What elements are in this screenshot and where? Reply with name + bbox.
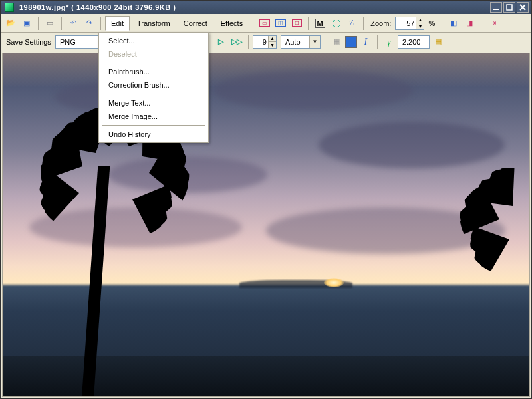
compare-b-button[interactable]: ◨ xyxy=(462,16,477,31)
open-button[interactable]: 📂 xyxy=(3,16,18,31)
view-split-v-button[interactable]: ⊟ xyxy=(289,16,304,31)
chevron-down-icon: ▼ xyxy=(309,36,320,48)
grid-icon: ▦ xyxy=(333,37,340,46)
app-icon xyxy=(5,3,14,12)
separator xyxy=(442,17,442,30)
gamma-value-box[interactable]: 2.200 xyxy=(398,35,430,49)
spin-up[interactable]: ▲ xyxy=(416,17,424,23)
view-split-h-icon: ◫ xyxy=(275,19,286,27)
spin-down[interactable]: ▼ xyxy=(268,42,276,48)
spin-up[interactable]: ▲ xyxy=(268,36,276,42)
text-tool-button[interactable]: I xyxy=(358,35,373,49)
settings-icon: ▤ xyxy=(435,37,442,46)
menu-separator xyxy=(102,94,205,94)
zoom-spinner[interactable]: ▲▼ xyxy=(395,17,424,30)
menu-item-select[interactable]: Select... xyxy=(100,34,207,47)
mode-value: Auto xyxy=(281,38,303,46)
marker-button[interactable]: M xyxy=(313,16,327,31)
menu-separator xyxy=(102,125,205,126)
exit-icon: ⇥ xyxy=(490,19,496,27)
svg-rect-1 xyxy=(507,5,512,10)
edit-dropdown-menu: Select... Deselect Paintbrush... Correct… xyxy=(98,32,209,143)
expand-icon: ⛶ xyxy=(332,19,340,27)
window-controls xyxy=(490,2,529,13)
title-bar: 198901w.jpg* ( 1440x900 24bit 3796.9KB ) xyxy=(1,1,531,14)
save-button[interactable]: ▣ xyxy=(19,16,34,31)
save-icon: ▣ xyxy=(23,19,30,27)
separator xyxy=(100,17,101,30)
grid-toggle-button[interactable]: ▦ xyxy=(329,35,344,49)
menu-effects[interactable]: Effects xyxy=(215,16,249,31)
gamma-value: 2.200 xyxy=(402,38,421,46)
folder-open-icon: 📂 xyxy=(6,19,15,27)
close-button[interactable] xyxy=(517,2,529,13)
separator xyxy=(209,35,209,49)
menu-item-correction-brush[interactable]: Correction Brush... xyxy=(100,78,207,92)
page-icon: ▭ xyxy=(47,19,53,27)
view-single-button[interactable]: ▭ xyxy=(257,16,272,31)
play-icon: ▷ xyxy=(218,37,223,46)
separator xyxy=(377,35,378,49)
menu-item-deselect: Deselect xyxy=(100,47,207,61)
undo-icon: ↶ xyxy=(70,19,76,27)
view-split-v-icon: ⊟ xyxy=(292,19,302,27)
menu-item-merge-image[interactable]: Merge Image... xyxy=(100,110,207,123)
settings-button[interactable]: ▤ xyxy=(431,35,446,49)
separator xyxy=(481,17,481,30)
brush-size-input[interactable] xyxy=(253,38,268,46)
zoom-input[interactable] xyxy=(396,19,416,27)
fit-screen-button[interactable]: ⛶ xyxy=(329,16,343,31)
one-to-one-icon: ¹⁄₁ xyxy=(349,19,355,27)
fast-forward-icon: ▷▷ xyxy=(231,37,242,46)
toolbar-secondary: Save Settings PNG ▼ ▸| ▷ ▷▷ ▲▼ Auto ▼ ▦ … xyxy=(1,33,531,51)
menu-correct[interactable]: Correct xyxy=(178,16,213,31)
brush-size-spinner[interactable]: ▲▼ xyxy=(253,35,277,49)
foreground-color-swatch[interactable] xyxy=(345,36,357,48)
text-i-icon: I xyxy=(364,37,368,47)
app-window: 198901w.jpg* ( 1440x900 24bit 3796.9KB )… xyxy=(0,0,532,399)
toolbar-main: 📂 ▣ ▭ ↶ ↷ Edit Transform Correct Effects… xyxy=(1,14,531,33)
menu-edit[interactable]: Edit xyxy=(105,16,130,31)
minimize-button[interactable] xyxy=(490,2,502,13)
exit-button[interactable]: ⇥ xyxy=(485,16,500,31)
separator xyxy=(253,17,253,30)
gamma-icon: γ xyxy=(387,37,390,47)
menu-item-merge-text[interactable]: Merge Text... xyxy=(100,96,207,110)
svg-rect-0 xyxy=(493,9,499,10)
image-canvas[interactable] xyxy=(2,53,530,397)
fast-forward-button[interactable]: ▷▷ xyxy=(229,35,244,49)
save-settings-label: Save Settings xyxy=(3,38,54,46)
compare-a-icon: ◧ xyxy=(450,19,457,27)
zoom-suffix: % xyxy=(426,19,438,27)
menu-item-paintbrush[interactable]: Paintbrush... xyxy=(100,65,207,78)
spin-down[interactable]: ▼ xyxy=(416,23,424,29)
separator xyxy=(308,17,309,30)
format-value: PNG xyxy=(56,38,78,46)
separator xyxy=(325,35,325,49)
page-button[interactable]: ▭ xyxy=(43,16,57,31)
maximize-button[interactable] xyxy=(503,2,515,13)
separator xyxy=(61,17,62,30)
separator xyxy=(363,17,364,30)
view-split-h-button[interactable]: ◫ xyxy=(273,16,288,31)
menu-item-undo-history[interactable]: Undo History xyxy=(100,128,207,141)
redo-button[interactable]: ↷ xyxy=(82,16,96,31)
view-single-icon: ▭ xyxy=(259,19,270,27)
separator xyxy=(248,35,249,49)
redo-icon: ↷ xyxy=(86,19,92,27)
play-button[interactable]: ▷ xyxy=(213,35,228,49)
marker-m-icon: M xyxy=(315,19,325,28)
undo-button[interactable]: ↶ xyxy=(66,16,80,31)
compare-a-button[interactable]: ◧ xyxy=(446,16,461,31)
gamma-button[interactable]: γ xyxy=(382,35,396,49)
palm-tree-right xyxy=(450,153,530,273)
window-title: 198901w.jpg* ( 1440x900 24bit 3796.9KB ) xyxy=(17,3,490,11)
menu-separator xyxy=(102,63,205,63)
sunset xyxy=(324,278,344,287)
compare-b-icon: ◨ xyxy=(466,19,473,27)
zoom-label: Zoom: xyxy=(368,19,394,27)
mode-select[interactable]: Auto ▼ xyxy=(281,35,321,49)
separator xyxy=(38,17,39,30)
menu-transform[interactable]: Transform xyxy=(131,16,176,31)
actual-size-button[interactable]: ¹⁄₁ xyxy=(344,16,359,31)
